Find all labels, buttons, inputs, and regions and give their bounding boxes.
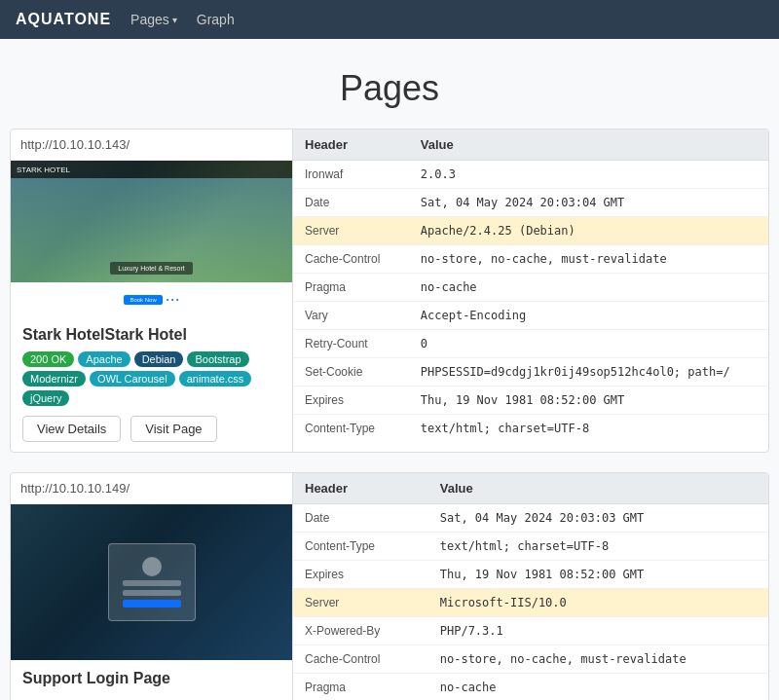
card-tags: 200 OKApacheDebianBootstrapModernizrOWL …	[22, 351, 280, 406]
tag: Modernizr	[22, 371, 86, 387]
header-value-cell: no-store, no-cache, must-revalidate	[409, 245, 768, 274]
table-row: VaryAccept-Encoding	[293, 302, 768, 330]
table-body: DateSat, 04 May 2024 20:03:03 GMTContent…	[293, 504, 768, 701]
card-actions: View DetailsVisit Page	[22, 416, 280, 442]
header-value-cell: Apache/2.4.25 (Debian)	[409, 217, 768, 245]
screenshot-field-2	[123, 590, 181, 596]
header-name-cell: Retry-Count	[293, 330, 409, 358]
table-row: Set-CookiePHPSESSID=d9cdgj1kr0ij49sop512…	[293, 358, 768, 387]
header-value-cell: 2.0.3	[409, 161, 768, 189]
header-name-cell: Expires	[293, 387, 409, 415]
headers-table: HeaderValueIronwaf2.0.3DateSat, 04 May 2…	[293, 129, 768, 442]
header-value-cell: no-cache	[409, 274, 768, 302]
header-name-cell: Cache-Control	[293, 645, 428, 674]
header-name-cell: X-Powered-By	[293, 617, 428, 645]
screenshot-user-icon	[142, 557, 162, 576]
table-row: DateSat, 04 May 2024 20:03:04 GMT	[293, 189, 768, 217]
header-value-cell: text/html; charset=UTF-8	[409, 415, 768, 443]
table-row: Pragmano-cache	[293, 674, 768, 701]
table-row: Ironwaf2.0.3	[293, 161, 768, 189]
header-value-cell: Sat, 04 May 2024 20:03:03 GMT	[428, 504, 768, 533]
nav-pages[interactable]: Pages ▾	[130, 12, 177, 27]
header-value-cell: no-cache	[428, 674, 768, 701]
header-value-cell: Sat, 04 May 2024 20:03:04 GMT	[409, 189, 768, 217]
table-row: ServerMicrosoft-IIS/10.0	[293, 589, 768, 617]
cards-wrapper: http://10.10.10.143/ STARK HOTEL Luxury …	[0, 129, 779, 700]
header-name-cell: Date	[293, 189, 409, 217]
view-details-button[interactable]: View Details	[22, 416, 121, 442]
page-title: Pages	[0, 68, 779, 109]
screenshot-login-btn	[123, 600, 181, 608]
card-screenshot	[11, 504, 292, 660]
visit-page-button[interactable]: Visit Page	[130, 416, 216, 442]
screenshot-overlay-text: Luxury Hotel & Resort	[110, 262, 192, 275]
card-left-panel: http://10.10.10.149/ Support Login Page	[11, 473, 293, 700]
header-name-cell: Expires	[293, 561, 428, 589]
header-name-cell: Server	[293, 217, 409, 245]
header-value-cell: 0	[409, 330, 768, 358]
table-row: ServerApache/2.4.25 (Debian)	[293, 217, 768, 245]
screenshot-dots: • • •	[167, 295, 179, 304]
header-name-cell: Pragma	[293, 674, 428, 701]
tag: 200 OK	[22, 351, 74, 367]
card-right-panel: HeaderValueDateSat, 04 May 2024 20:03:03…	[293, 473, 768, 700]
table-row: ExpiresThu, 19 Nov 1981 08:52:00 GMT	[293, 387, 768, 415]
headers-table: HeaderValueDateSat, 04 May 2024 20:03:03…	[293, 473, 768, 700]
table-row: ExpiresThu, 19 Nov 1981 08:52:00 GMT	[293, 561, 768, 589]
tag: Bootstrap	[187, 351, 248, 367]
col-header-value: Value	[428, 473, 768, 504]
header-value-cell: Thu, 19 Nov 1981 08:52:00 GMT	[428, 561, 768, 589]
card-left-panel: http://10.10.10.143/ STARK HOTEL Luxury …	[11, 129, 293, 452]
card-screenshot: STARK HOTEL Luxury Hotel & Resort Book N…	[11, 161, 292, 316]
header-name-cell: Server	[293, 589, 428, 617]
screenshot-btn: Book Now	[124, 295, 162, 305]
tag: animate.css	[179, 371, 252, 387]
tag: Debian	[134, 351, 184, 367]
card-url: http://10.10.10.149/	[11, 473, 292, 504]
table-row: X-Powered-ByPHP/7.3.1	[293, 617, 768, 645]
header-value-cell: text/html; charset=UTF-8	[428, 533, 768, 561]
tag: Apache	[78, 351, 130, 367]
screenshot-field-1	[123, 580, 181, 586]
card-info: Support Login Page	[11, 660, 292, 700]
header-value-cell: PHP/7.3.1	[428, 617, 768, 645]
table-body: Ironwaf2.0.3DateSat, 04 May 2024 20:03:0…	[293, 161, 768, 443]
header-name-cell: Set-Cookie	[293, 358, 409, 387]
col-header-name: Header	[293, 129, 409, 161]
header-name-cell: Date	[293, 504, 428, 533]
chevron-down-icon: ▾	[172, 15, 177, 25]
header-name-cell: Pragma	[293, 274, 409, 302]
col-header-value: Value	[409, 129, 768, 161]
table-row: DateSat, 04 May 2024 20:03:03 GMT	[293, 504, 768, 533]
card-title: Stark HotelStark Hotel	[22, 326, 280, 344]
tag: jQuery	[22, 390, 69, 406]
header-name-cell: Cache-Control	[293, 245, 409, 274]
screenshot-login-box	[108, 543, 196, 621]
card-title: Support Login Page	[22, 670, 280, 687]
card-2: http://10.10.10.149/ Support Login PageH…	[10, 472, 769, 700]
table-row: Cache-Controlno-store, no-cache, must-re…	[293, 245, 768, 274]
brand-logo: AQUATONE	[16, 11, 111, 28]
table-row: Content-Typetext/html; charset=UTF-8	[293, 415, 768, 443]
table-row: Retry-Count0	[293, 330, 768, 358]
screenshot-bar-text: STARK HOTEL	[17, 166, 70, 174]
header-value-cell: Thu, 19 Nov 1981 08:52:00 GMT	[409, 387, 768, 415]
navbar: AQUATONE Pages ▾ Graph	[0, 0, 779, 39]
table-row: Content-Typetext/html; charset=UTF-8	[293, 533, 768, 561]
header-name-cell: Content-Type	[293, 415, 409, 443]
card-1: http://10.10.10.143/ STARK HOTEL Luxury …	[10, 129, 769, 453]
header-value-cell: Microsoft-IIS/10.0	[428, 589, 768, 617]
table-row: Pragmano-cache	[293, 274, 768, 302]
tag: OWL Carousel	[90, 371, 175, 387]
header-name-cell: Content-Type	[293, 533, 428, 561]
header-name-cell: Ironwaf	[293, 161, 409, 189]
nav-graph[interactable]: Graph	[197, 12, 235, 27]
col-header-name: Header	[293, 473, 428, 504]
header-value-cell: Accept-Encoding	[409, 302, 768, 330]
card-url: http://10.10.10.143/	[11, 129, 292, 161]
card-info: Stark HotelStark Hotel200 OKApacheDebian…	[11, 316, 292, 452]
header-name-cell: Vary	[293, 302, 409, 330]
card-right-panel: HeaderValueIronwaf2.0.3DateSat, 04 May 2…	[293, 129, 768, 452]
header-value-cell: PHPSESSID=d9cdgj1kr0ij49sop512hc4ol0; pa…	[409, 358, 768, 387]
table-row: Cache-Controlno-store, no-cache, must-re…	[293, 645, 768, 674]
